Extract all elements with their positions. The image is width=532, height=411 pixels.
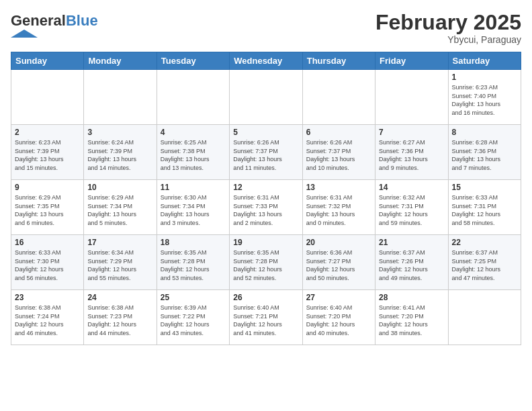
day-number: 17 bbox=[87, 238, 152, 247]
calendar-cell: 16Sunrise: 6:33 AMSunset: 7:30 PMDayligh… bbox=[11, 235, 84, 290]
day-info: Sunrise: 6:35 AMSunset: 7:28 PMDaylight:… bbox=[161, 248, 226, 282]
day-info: Sunrise: 6:26 AMSunset: 7:37 PMDaylight:… bbox=[233, 138, 298, 172]
logo-general: General bbox=[11, 12, 66, 29]
day-info: Sunrise: 6:38 AMSunset: 7:24 PMDaylight:… bbox=[15, 304, 80, 337]
day-info: Sunrise: 6:41 AMSunset: 7:20 PMDaylight:… bbox=[379, 304, 444, 337]
calendar-cell bbox=[302, 70, 375, 125]
calendar-cell: 14Sunrise: 6:32 AMSunset: 7:31 PMDayligh… bbox=[375, 180, 448, 235]
day-number: 12 bbox=[233, 183, 298, 192]
calendar-week-2: 9Sunrise: 6:29 AMSunset: 7:35 PMDaylight… bbox=[11, 180, 521, 235]
calendar-cell: 8Sunrise: 6:28 AMSunset: 7:36 PMDaylight… bbox=[448, 125, 521, 180]
calendar-table: SundayMondayTuesdayWednesdayThursdayFrid… bbox=[11, 52, 521, 345]
calendar-cell bbox=[157, 70, 229, 125]
logo-blue: Blue bbox=[66, 12, 98, 29]
day-info: Sunrise: 6:23 AMSunset: 7:40 PMDaylight:… bbox=[452, 83, 517, 117]
day-info: Sunrise: 6:23 AMSunset: 7:39 PMDaylight:… bbox=[15, 138, 80, 172]
day-number: 4 bbox=[161, 128, 226, 137]
day-number: 21 bbox=[379, 238, 444, 247]
logo-text: GeneralBlue bbox=[11, 13, 98, 28]
day-number: 28 bbox=[379, 293, 444, 302]
weekday-header-monday: Monday bbox=[84, 52, 157, 70]
day-number: 1 bbox=[452, 73, 517, 82]
calendar-week-0: 1Sunrise: 6:23 AMSunset: 7:40 PMDaylight… bbox=[11, 70, 521, 125]
location: Ybycui, Paraguay bbox=[375, 34, 521, 45]
calendar-week-4: 23Sunrise: 6:38 AMSunset: 7:24 PMDayligh… bbox=[11, 290, 521, 345]
calendar-cell: 10Sunrise: 6:29 AMSunset: 7:34 PMDayligh… bbox=[84, 180, 157, 235]
day-info: Sunrise: 6:30 AMSunset: 7:34 PMDaylight:… bbox=[161, 193, 226, 227]
weekday-header-sunday: Sunday bbox=[11, 52, 84, 70]
calendar-cell: 22Sunrise: 6:37 AMSunset: 7:25 PMDayligh… bbox=[448, 235, 521, 290]
day-number: 11 bbox=[161, 183, 226, 192]
calendar-cell bbox=[230, 70, 302, 125]
day-number: 18 bbox=[161, 238, 226, 247]
weekday-header-friday: Friday bbox=[375, 52, 448, 70]
day-info: Sunrise: 6:37 AMSunset: 7:25 PMDaylight:… bbox=[452, 248, 517, 282]
day-number: 24 bbox=[87, 293, 152, 302]
day-info: Sunrise: 6:31 AMSunset: 7:32 PMDaylight:… bbox=[306, 193, 371, 227]
day-info: Sunrise: 6:38 AMSunset: 7:23 PMDaylight:… bbox=[87, 304, 152, 337]
day-info: Sunrise: 6:33 AMSunset: 7:31 PMDaylight:… bbox=[452, 193, 517, 227]
calendar-cell: 18Sunrise: 6:35 AMSunset: 7:28 PMDayligh… bbox=[157, 235, 229, 290]
day-info: Sunrise: 6:40 AMSunset: 7:20 PMDaylight:… bbox=[306, 304, 371, 337]
day-info: Sunrise: 6:31 AMSunset: 7:33 PMDaylight:… bbox=[233, 193, 298, 227]
calendar-cell: 17Sunrise: 6:34 AMSunset: 7:29 PMDayligh… bbox=[84, 235, 157, 290]
svg-marker-0 bbox=[11, 30, 38, 38]
calendar-cell: 1Sunrise: 6:23 AMSunset: 7:40 PMDaylight… bbox=[448, 70, 521, 125]
day-number: 27 bbox=[306, 293, 371, 302]
day-info: Sunrise: 6:32 AMSunset: 7:31 PMDaylight:… bbox=[379, 193, 444, 227]
logo-icon bbox=[11, 30, 38, 38]
calendar-cell: 23Sunrise: 6:38 AMSunset: 7:24 PMDayligh… bbox=[11, 290, 84, 345]
day-number: 26 bbox=[233, 293, 298, 302]
day-info: Sunrise: 6:29 AMSunset: 7:34 PMDaylight:… bbox=[87, 193, 152, 227]
day-info: Sunrise: 6:39 AMSunset: 7:22 PMDaylight:… bbox=[161, 304, 226, 337]
calendar-cell: 2Sunrise: 6:23 AMSunset: 7:39 PMDaylight… bbox=[11, 125, 84, 180]
calendar-cell: 11Sunrise: 6:30 AMSunset: 7:34 PMDayligh… bbox=[157, 180, 229, 235]
calendar-cell: 21Sunrise: 6:37 AMSunset: 7:26 PMDayligh… bbox=[375, 235, 448, 290]
calendar-cell: 9Sunrise: 6:29 AMSunset: 7:35 PMDaylight… bbox=[11, 180, 84, 235]
day-info: Sunrise: 6:35 AMSunset: 7:28 PMDaylight:… bbox=[233, 248, 298, 282]
day-number: 3 bbox=[87, 128, 152, 137]
day-info: Sunrise: 6:40 AMSunset: 7:21 PMDaylight:… bbox=[233, 304, 298, 337]
day-number: 10 bbox=[87, 183, 152, 192]
weekday-header-thursday: Thursday bbox=[302, 52, 375, 70]
calendar-cell: 27Sunrise: 6:40 AMSunset: 7:20 PMDayligh… bbox=[302, 290, 375, 345]
day-number: 8 bbox=[452, 128, 517, 137]
calendar-page: GeneralBlue February 2025 Ybycui, Paragu… bbox=[0, 0, 532, 411]
day-number: 14 bbox=[379, 183, 444, 192]
calendar-cell: 26Sunrise: 6:40 AMSunset: 7:21 PMDayligh… bbox=[230, 290, 302, 345]
weekday-header-row: SundayMondayTuesdayWednesdayThursdayFrid… bbox=[11, 52, 521, 70]
day-number: 19 bbox=[233, 238, 298, 247]
calendar-cell: 20Sunrise: 6:36 AMSunset: 7:27 PMDayligh… bbox=[302, 235, 375, 290]
calendar-cell: 7Sunrise: 6:27 AMSunset: 7:36 PMDaylight… bbox=[375, 125, 448, 180]
day-info: Sunrise: 6:37 AMSunset: 7:26 PMDaylight:… bbox=[379, 248, 444, 282]
day-number: 5 bbox=[233, 128, 298, 137]
calendar-cell bbox=[448, 290, 521, 345]
calendar-cell: 12Sunrise: 6:31 AMSunset: 7:33 PMDayligh… bbox=[230, 180, 302, 235]
day-info: Sunrise: 6:33 AMSunset: 7:30 PMDaylight:… bbox=[15, 248, 80, 282]
calendar-cell: 13Sunrise: 6:31 AMSunset: 7:32 PMDayligh… bbox=[302, 180, 375, 235]
calendar-cell bbox=[84, 70, 157, 125]
calendar-cell: 28Sunrise: 6:41 AMSunset: 7:20 PMDayligh… bbox=[375, 290, 448, 345]
calendar-cell: 4Sunrise: 6:25 AMSunset: 7:38 PMDaylight… bbox=[157, 125, 229, 180]
weekday-header-tuesday: Tuesday bbox=[157, 52, 229, 70]
day-info: Sunrise: 6:24 AMSunset: 7:39 PMDaylight:… bbox=[87, 138, 152, 172]
calendar-week-1: 2Sunrise: 6:23 AMSunset: 7:39 PMDaylight… bbox=[11, 125, 521, 180]
day-number: 2 bbox=[15, 128, 80, 137]
day-number: 25 bbox=[161, 293, 226, 302]
day-number: 20 bbox=[306, 238, 371, 247]
calendar-cell: 5Sunrise: 6:26 AMSunset: 7:37 PMDaylight… bbox=[230, 125, 302, 180]
calendar-cell bbox=[375, 70, 448, 125]
title-block: February 2025 Ybycui, Paraguay bbox=[375, 11, 521, 45]
calendar-week-3: 16Sunrise: 6:33 AMSunset: 7:30 PMDayligh… bbox=[11, 235, 521, 290]
day-number: 22 bbox=[452, 238, 517, 247]
calendar-cell bbox=[11, 70, 84, 125]
day-info: Sunrise: 6:34 AMSunset: 7:29 PMDaylight:… bbox=[87, 248, 152, 282]
day-number: 6 bbox=[306, 128, 371, 137]
day-number: 16 bbox=[15, 238, 80, 247]
logo: GeneralBlue bbox=[11, 13, 98, 40]
day-number: 9 bbox=[15, 183, 80, 192]
day-info: Sunrise: 6:27 AMSunset: 7:36 PMDaylight:… bbox=[379, 138, 444, 172]
day-info: Sunrise: 6:29 AMSunset: 7:35 PMDaylight:… bbox=[15, 193, 80, 227]
day-number: 15 bbox=[452, 183, 517, 192]
calendar-cell: 25Sunrise: 6:39 AMSunset: 7:22 PMDayligh… bbox=[157, 290, 229, 345]
